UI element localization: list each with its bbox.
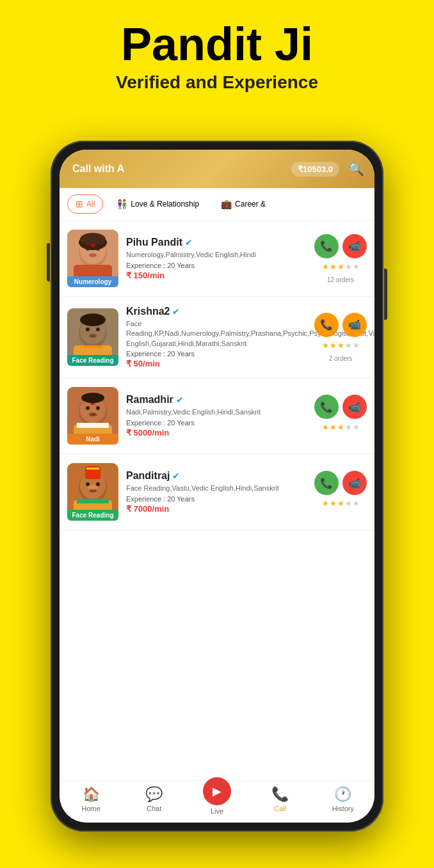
filter-tabs: ⊞ All 👫 Love & Relationship 💼 Career & [60, 188, 374, 221]
svg-point-13 [86, 327, 90, 331]
history-icon: 🕐 [334, 786, 351, 803]
svg-point-33 [96, 482, 100, 486]
phone-frame: Call with A ₹10503.0 🔍 ⊞ All 👫 Love & Re… [51, 141, 383, 832]
svg-point-8 [91, 244, 95, 248]
list-item: Face Reading Panditraj ✔ Face Reading,Va… [60, 454, 374, 530]
avatar-wrap-ramadhir: Nadi [67, 387, 118, 445]
orders-pihu: 12 orders [327, 276, 354, 283]
nav-label-history: History [332, 805, 354, 812]
search-icon[interactable]: 🔍 [348, 161, 364, 177]
avatar-wrap-krishna: Face Reading [67, 308, 118, 366]
card-price-panditraj: ₹ 7000/min [126, 504, 307, 514]
verified-icon-pihu: ✔ [185, 237, 193, 248]
badge-krishna: Face Reading [67, 355, 118, 366]
page-background: Pandit Ji Verified and Experience Call w… [0, 0, 434, 106]
card-info-pihu: Pihu Pandit ✔ Numerology,Palmistry,Vedic… [126, 237, 307, 280]
name-row-ramadhir: Ramadhir ✔ [126, 394, 307, 406]
card-name-panditraj: Panditraj [126, 470, 170, 482]
badge-panditraj: Face Reading [67, 510, 118, 521]
svg-point-26 [81, 393, 104, 403]
page-title: Pandit Ji [0, 19, 434, 70]
card-skills-krishna: Face Reading,KP,Nadi,Numerology,Palmistr… [126, 319, 307, 349]
card-exp-panditraj: Experience : 20 Years [126, 495, 307, 503]
filter-tab-career[interactable]: 💼 Career & [213, 194, 274, 214]
svg-point-23 [96, 406, 100, 410]
page-header: Pandit Ji Verified and Experience [0, 0, 434, 106]
svg-rect-39 [77, 499, 109, 503]
home-icon: 🏠 [83, 786, 100, 803]
nav-item-live[interactable]: ▶ Live [186, 786, 248, 815]
card-price-krishna: ₹ 50/min [126, 359, 307, 368]
card-price-ramadhir: ₹ 5000/min [126, 428, 307, 438]
svg-point-24 [89, 413, 97, 416]
stars-pihu: ★ ★ ★ ★ ★ [322, 262, 360, 271]
filter-tab-love-label: Love & Relationship [131, 200, 199, 209]
card-name-pihu: Pihu Pandit [126, 237, 182, 248]
header-right: ₹10503.0 🔍 [291, 161, 364, 177]
card-skills-panditraj: Face Reading,Vastu,Vedic English,Hindi,S… [126, 484, 307, 493]
stars-ramadhir: ★ ★ ★ ★ ★ [322, 423, 360, 432]
career-icon: 💼 [221, 199, 232, 209]
nav-item-call[interactable]: 📞 Call [248, 786, 311, 815]
card-actions-krishna: 📞 📹 ★ ★ ★ ★ ★ 2 orders [314, 313, 367, 362]
svg-point-35 [88, 485, 98, 490]
badge-ramadhir: Nadi [67, 434, 118, 445]
nav-label-chat: Chat [147, 805, 161, 812]
nav-item-chat[interactable]: 💬 Chat [122, 786, 185, 815]
card-info-panditraj: Panditraj ✔ Face Reading,Vastu,Vedic Eng… [126, 470, 307, 513]
call-button-ramadhir[interactable]: 📞 [314, 395, 339, 419]
chat-icon: 💬 [145, 786, 163, 803]
header-call-text: Call with A [70, 163, 124, 175]
nav-item-home[interactable]: 🏠 Home [60, 786, 122, 815]
video-button-krishna[interactable]: 📹 [342, 313, 367, 337]
live-icon: ▶ [213, 784, 221, 798]
card-name-krishna: Krishna2 [126, 306, 170, 317]
video-button-ramadhir[interactable]: 📹 [342, 395, 367, 419]
card-actions-pihu: 📞 📹 ★ ★ ★ ★ ★ 12 orders [314, 234, 367, 283]
svg-point-32 [86, 482, 90, 486]
live-button[interactable]: ▶ [203, 777, 231, 805]
verified-icon-krishna: ✔ [172, 306, 180, 317]
call-button-pihu[interactable]: 📞 [314, 234, 339, 258]
app-header: Call with A ₹10503.0 🔍 [60, 150, 374, 188]
filter-tab-all[interactable]: ⊞ All [67, 194, 103, 214]
card-info-krishna: Krishna2 ✔ Face Reading,KP,Nadi,Numerolo… [126, 306, 307, 368]
name-row-pihu: Pihu Pandit ✔ [126, 237, 307, 248]
badge-pihu: Numerology [67, 276, 118, 287]
nav-label-call: Call [274, 805, 286, 812]
card-skills-ramadhir: Nadi,Palmistry,Vedic English,Hindi,Sansk… [126, 407, 307, 417]
call-button-krishna[interactable]: 📞 [314, 313, 339, 337]
stars-krishna: ★ ★ ★ ★ ★ [322, 341, 360, 350]
action-buttons-krishna: 📞 📹 [314, 313, 367, 337]
svg-point-22 [86, 406, 90, 410]
card-actions-ramadhir: 📞 📹 ★ ★ ★ ★ ★ [314, 395, 367, 437]
filter-tab-career-label: Career & [235, 200, 266, 209]
card-exp-pihu: Experience : 20 Years [126, 262, 307, 269]
call-button-panditraj[interactable]: 📞 [314, 471, 339, 495]
header-balance: ₹10503.0 [291, 162, 339, 177]
avatar-wrap-panditraj: Face Reading [67, 463, 118, 521]
verified-icon-panditraj: ✔ [172, 471, 180, 481]
action-buttons-pihu: 📞 📹 [314, 234, 367, 258]
all-icon: ⊞ [76, 199, 83, 209]
card-actions-panditraj: 📞 📹 ★ ★ ★ ★ ★ [314, 471, 367, 513]
svg-point-14 [96, 327, 100, 331]
verified-icon-ramadhir: ✔ [176, 395, 184, 405]
card-info-ramadhir: Ramadhir ✔ Nadi,Palmistry,Vedic English,… [126, 394, 307, 437]
svg-rect-37 [86, 468, 99, 470]
phone-screen: Call with A ₹10503.0 🔍 ⊞ All 👫 Love & Re… [60, 150, 374, 823]
video-button-panditraj[interactable]: 📹 [342, 471, 367, 495]
list-item: Nadi Ramadhir ✔ Nadi,Palmistry,Vedic Eng… [60, 378, 374, 454]
video-button-pihu[interactable]: 📹 [342, 234, 367, 258]
orders-krishna: 2 orders [329, 355, 353, 362]
svg-point-5 [89, 253, 97, 257]
nav-label-home: Home [82, 805, 100, 812]
card-name-ramadhir: Ramadhir [126, 394, 173, 406]
bottom-nav: 🏠 Home 💬 Chat ▶ Live 📞 Call [60, 780, 374, 823]
filter-tab-love[interactable]: 👫 Love & Relationship [108, 194, 207, 214]
nav-item-history[interactable]: 🕐 History [312, 786, 374, 815]
card-skills-pihu: Numerology,Palmistry,Vedic English,Hindi [126, 250, 307, 260]
call-nav-icon: 📞 [271, 786, 289, 803]
svg-rect-28 [77, 423, 109, 428]
name-row-krishna: Krishna2 ✔ [126, 306, 307, 317]
